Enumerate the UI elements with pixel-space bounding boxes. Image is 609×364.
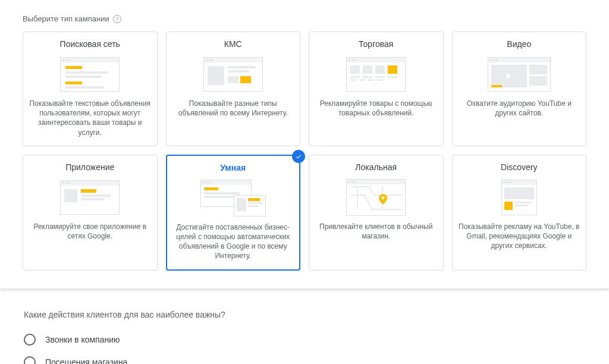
card-title: Локальная	[355, 162, 397, 172]
thumb-discovery	[484, 178, 555, 217]
campaign-card-local[interactable]: Локальная	[309, 155, 444, 271]
card-desc: Рекламируйте товары с помощью товарных о…	[315, 99, 437, 118]
pin-icon	[379, 194, 387, 205]
client-actions-section: Какие действия клиентов для вас наиболее…	[0, 288, 609, 365]
card-desc: Охватите аудиторию YouTube и других сайт…	[459, 99, 580, 118]
thumb-smart	[197, 178, 269, 218]
campaign-card-search[interactable]: Поисковая сеть Показывайте текстовые о	[23, 32, 158, 146]
campaign-card-shopping[interactable]: Торговая	[309, 32, 444, 146]
thumb-shopping	[340, 55, 412, 94]
card-title: Видео	[507, 39, 531, 49]
radio-option-calls[interactable]: Звонки в компанию	[24, 334, 585, 346]
radio-option-store-visits[interactable]: Посещения магазина	[24, 356, 585, 365]
card-title: Discovery	[501, 162, 537, 172]
card-desc: Показывайте текстовые объявления пользов…	[29, 99, 151, 137]
radio-icon	[24, 334, 36, 346]
svg-point-0	[382, 196, 385, 199]
campaign-card-discovery[interactable]: Discovery	[452, 155, 587, 271]
card-title: Поисковая сеть	[60, 39, 120, 49]
radio-label: Посещения магазина	[45, 357, 127, 365]
card-title: Приложение	[65, 162, 114, 172]
card-desc: Рекламируйте свое приложение в сетях Goo…	[29, 222, 151, 241]
radio-icon	[24, 356, 36, 365]
campaign-type-section: Выберите тип кампании ? Поисковая сеть	[0, 0, 609, 288]
thumb-local	[340, 178, 412, 217]
thumb-app	[54, 178, 125, 217]
campaign-card-grid: Поисковая сеть Показывайте текстовые о	[23, 32, 586, 271]
campaign-card-video[interactable]: Видео	[452, 32, 587, 146]
card-title: Торговая	[359, 39, 393, 49]
card-title: КМС	[224, 39, 242, 49]
card-desc: Достигайте поставленных бизнес-целей с п…	[173, 222, 294, 261]
actions-heading: Какие действия клиентов для вас наиболее…	[24, 310, 585, 319]
radio-label: Звонки в компанию	[45, 335, 120, 344]
heading-text: Выберите тип кампании	[23, 14, 109, 23]
campaign-card-app[interactable]: Приложение Реклам	[23, 155, 158, 271]
card-title: Умная	[220, 163, 246, 172]
check-icon	[292, 150, 305, 163]
help-icon[interactable]: ?	[113, 15, 121, 23]
thumb-search	[54, 55, 125, 94]
card-desc: Показывайте рекламу на YouTube, в Gmail,…	[459, 222, 580, 251]
card-desc: Показывайте разные типы объявлений по вс…	[172, 99, 294, 118]
section-heading: Выберите тип кампании ?	[23, 14, 586, 23]
card-desc: Привлекайте клиентов в обычный магазин.	[315, 222, 437, 241]
thumb-display	[197, 55, 269, 94]
campaign-card-smart[interactable]: Умная	[166, 155, 301, 271]
thumb-video	[484, 55, 555, 94]
campaign-card-display[interactable]: КМС	[166, 32, 301, 146]
